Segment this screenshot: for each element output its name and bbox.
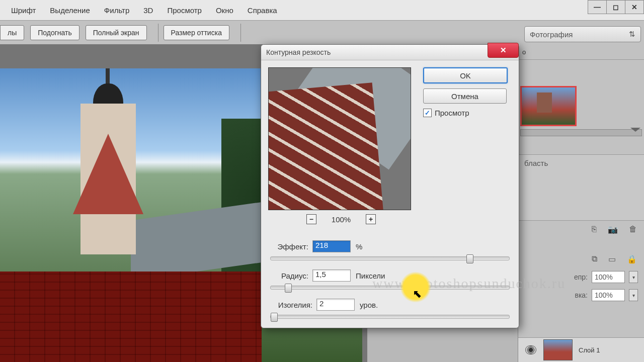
separator — [158, 24, 158, 42]
snapshot-icon[interactable]: 📷 — [608, 225, 618, 234]
threshold-slider[interactable] — [270, 315, 510, 319]
radius-input[interactable]: 1,5 — [312, 269, 351, 282]
layer-row[interactable]: Слой 1 — [518, 337, 644, 362]
amount-slider[interactable] — [270, 256, 510, 260]
opacity-value[interactable]: 100% — [592, 271, 625, 283]
opacity-label: епр: — [574, 273, 588, 281]
lock-icon[interactable]: 🔒 — [627, 254, 637, 264]
workspace-switcher[interactable]: Фотография ⇅ — [524, 26, 641, 42]
layer-thumbnail[interactable] — [543, 339, 573, 360]
amount-label: Эффект: — [270, 242, 308, 251]
window-minimize-button[interactable]: — — [588, 0, 607, 14]
navigator-tab[interactable]: о — [518, 44, 644, 60]
fill-value[interactable]: 100% — [592, 289, 625, 301]
preview-checkbox[interactable]: ✓ — [423, 109, 432, 117]
navigator-zoom-slider[interactable] — [520, 129, 642, 136]
threshold-unit: уров. — [360, 301, 378, 309]
fit-screen-button[interactable]: Подогнать — [30, 25, 79, 40]
panel-section-label: бласть — [518, 155, 644, 171]
toolbar-button-partial[interactable]: лы — [0, 25, 24, 40]
zoom-in-button[interactable]: + — [366, 214, 376, 224]
navigator-thumbnail[interactable] — [520, 86, 577, 126]
amount-input[interactable]: 218 — [312, 240, 351, 252]
menu-view[interactable]: Просмотр — [160, 6, 209, 15]
threshold-label: Изогелия: — [270, 301, 312, 309]
zoom-level: 100% — [332, 215, 351, 224]
full-screen-button[interactable]: Полный экран — [86, 25, 147, 40]
radius-label: Радиус: — [270, 272, 308, 280]
window-maximize-button[interactable]: ◻ — [606, 0, 625, 14]
cursor-icon: ⬉ — [413, 288, 422, 301]
dialog-titlebar[interactable]: Контурная резкость ✕ — [261, 45, 519, 60]
link-icon[interactable]: ⧉ — [592, 254, 597, 264]
ok-button[interactable]: OK — [423, 67, 508, 83]
menu-help[interactable]: Справка — [240, 6, 284, 15]
opacity-dropdown[interactable]: ▾ — [629, 271, 638, 283]
fill-label: вка: — [575, 291, 588, 299]
menu-font[interactable]: Шрифт — [4, 6, 43, 15]
visibility-icon[interactable] — [525, 345, 536, 354]
menu-3d[interactable]: 3D — [136, 6, 160, 15]
dropdown-icon: ⇅ — [629, 30, 635, 39]
dialog-title: Контурная резкость — [266, 48, 331, 56]
menu-select[interactable]: Выделение — [43, 6, 97, 15]
amount-unit: % — [356, 242, 362, 251]
window-close-button[interactable]: ✕ — [625, 0, 644, 14]
mask-icon[interactable]: ▭ — [608, 254, 616, 264]
filter-preview[interactable] — [268, 67, 411, 210]
zoom-out-button[interactable]: − — [306, 214, 316, 224]
trash-icon[interactable]: 🗑 — [629, 225, 637, 234]
fill-dropdown[interactable]: ▾ — [629, 289, 638, 301]
new-adjustment-icon[interactable]: ⎘ — [592, 225, 597, 234]
menu-window[interactable]: Окно — [209, 6, 240, 15]
workspace-label: Фотография — [530, 30, 573, 39]
panels-dock: о бласть ⎘ 📷 🗑 ⧉ ▭ 🔒 епр: 100% ▾ вка: 10… — [518, 44, 644, 362]
main-menubar: Шрифт Выделение Фильтр 3D Просмотр Окно … — [0, 0, 644, 21]
layer-name[interactable]: Слой 1 — [579, 346, 600, 354]
print-size-button[interactable]: Размер оттиска — [164, 25, 229, 40]
separator — [240, 24, 241, 42]
preview-checkbox-label: Просмотр — [435, 109, 469, 117]
cancel-button[interactable]: Отмена — [423, 88, 507, 104]
threshold-input[interactable]: 2 — [316, 299, 355, 311]
menu-filter[interactable]: Фильтр — [97, 6, 136, 15]
dialog-close-button[interactable]: ✕ — [488, 43, 519, 58]
